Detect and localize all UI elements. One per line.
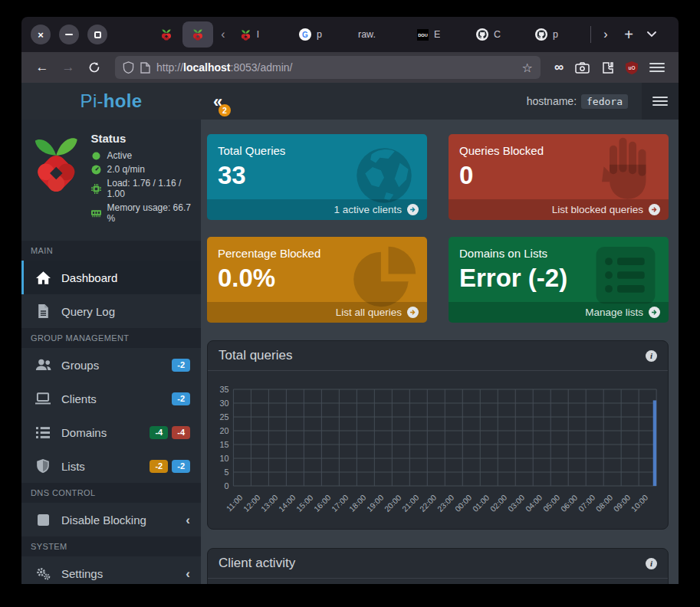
panel-header: Total queries i bbox=[208, 341, 668, 371]
hostname: hostname: fedora bbox=[527, 94, 628, 109]
lists-info-badge: -2 bbox=[172, 460, 190, 473]
scroll-tabs-right-button[interactable]: › bbox=[594, 23, 617, 46]
tab-title: E bbox=[434, 29, 440, 40]
tab-active-pihole[interactable] bbox=[182, 21, 213, 48]
svg-text:20:00: 20:00 bbox=[383, 493, 403, 513]
sidebar-item-dashboard[interactable]: Dashboard bbox=[21, 261, 201, 294]
ublock-origin-icon[interactable]: uO bbox=[626, 61, 638, 74]
domains-allowed-badge: -4 bbox=[150, 426, 168, 439]
extensions-puzzle-icon[interactable] bbox=[601, 61, 614, 74]
status-block: Status Active 2.0 q/min Load: 1.76 / 1.1… bbox=[21, 120, 201, 241]
svg-text:0: 0 bbox=[225, 481, 229, 491]
tab-title: l bbox=[257, 29, 259, 40]
extension-icons: ∞ uO bbox=[550, 60, 669, 75]
tab-bar: × ‹ l G p raw. DOU E C bbox=[21, 17, 679, 52]
sidebar-item-query-log[interactable]: Query Log bbox=[21, 294, 201, 328]
sidebar-item-clients[interactable]: Clients -2 bbox=[21, 382, 201, 415]
svg-text:02:00: 02:00 bbox=[488, 493, 508, 513]
reload-button[interactable] bbox=[83, 56, 106, 79]
bookmark-star-icon[interactable]: ☆ bbox=[522, 61, 533, 75]
sidebar-item-settings[interactable]: Settings ‹ bbox=[21, 556, 201, 584]
info-icon[interactable]: i bbox=[646, 350, 657, 362]
status-active: Active bbox=[91, 150, 193, 161]
arrow-circle-right-icon bbox=[407, 204, 419, 215]
card-footer-link-all-queries[interactable]: List all queries bbox=[207, 302, 427, 323]
card-footer-link-manage-lists[interactable]: Manage lists bbox=[449, 302, 669, 323]
nav-section-dns-control: DNS CONTROL bbox=[21, 483, 201, 503]
pihole-favicon-icon bbox=[240, 29, 251, 41]
svg-text:5: 5 bbox=[225, 468, 229, 477]
list-all-tabs-button[interactable] bbox=[640, 23, 663, 46]
minimize-icon bbox=[65, 34, 73, 35]
window-controls: × bbox=[31, 25, 107, 44]
back-button[interactable]: ← bbox=[31, 56, 54, 79]
status-title: Status bbox=[91, 132, 193, 145]
navigation-toolbar: ← → http://localhost:8053/admin/ ☆ ∞ uO bbox=[21, 52, 679, 83]
status-rate: 2.0 q/min bbox=[91, 164, 193, 175]
svg-text:22:00: 22:00 bbox=[418, 493, 438, 513]
svg-text:06:00: 06:00 bbox=[559, 493, 579, 513]
svg-text:16:00: 16:00 bbox=[313, 493, 333, 513]
svg-text:05:00: 05:00 bbox=[541, 493, 561, 513]
info-icon[interactable]: i bbox=[646, 558, 657, 569]
tab[interactable]: p bbox=[528, 21, 587, 48]
page-info-icon[interactable] bbox=[140, 62, 150, 74]
hostname-value: fedora bbox=[581, 94, 628, 109]
new-tab-button[interactable]: + bbox=[617, 23, 640, 46]
svg-text:04:00: 04:00 bbox=[524, 493, 544, 513]
card-queries-blocked: Queries Blocked 0 List blocked queries bbox=[449, 134, 669, 220]
tab-title: p bbox=[317, 29, 322, 40]
file-icon bbox=[38, 304, 49, 318]
tab[interactable]: raw. bbox=[351, 21, 410, 48]
client-activity-panel: Client activity i bbox=[207, 548, 669, 584]
close-button[interactable]: × bbox=[31, 25, 51, 44]
tab[interactable]: G p bbox=[292, 21, 351, 48]
svg-text:12:00: 12:00 bbox=[242, 493, 262, 513]
tab[interactable]: l bbox=[233, 21, 292, 48]
svg-text:00:00: 00:00 bbox=[453, 493, 473, 513]
reload-icon bbox=[88, 61, 100, 74]
card-total-queries: Total Queries 33 1 active clients bbox=[207, 134, 427, 220]
tab[interactable]: C bbox=[469, 21, 528, 48]
laptop-icon bbox=[35, 392, 51, 405]
scroll-tabs-left-button[interactable]: ‹ bbox=[213, 28, 233, 41]
tab[interactable]: DOU E bbox=[410, 21, 469, 48]
tab-title: raw. bbox=[358, 29, 376, 40]
card-domains-on-lists: Domains on Lists Error (-2) Manage lists bbox=[449, 237, 669, 323]
list-alt-icon bbox=[592, 244, 659, 306]
panel-body: 0510152025303511:0012:0013:0014:0015:001… bbox=[208, 371, 668, 529]
hand-icon bbox=[590, 134, 659, 205]
sidebar-item-lists[interactable]: Lists -2 -2 bbox=[21, 449, 201, 483]
shield-permissions-icon bbox=[123, 61, 134, 74]
nav-section-group-management: GROUP MANAGEMENT bbox=[21, 328, 201, 348]
hamburger-icon bbox=[652, 94, 668, 107]
total-queries-panel: Total queries i 0510152025303511:0012:00… bbox=[207, 340, 669, 530]
app-menu-button[interactable] bbox=[642, 83, 679, 120]
pihole-logo: Pi-hole bbox=[21, 83, 201, 120]
chevron-left-icon: ‹ bbox=[186, 513, 190, 527]
extension-infinity-icon[interactable]: ∞ bbox=[554, 60, 564, 75]
total-queries-chart: 0510152025303511:0012:0013:0014:0015:001… bbox=[211, 374, 662, 524]
svg-text:18:00: 18:00 bbox=[347, 493, 367, 513]
sidebar-item-domains[interactable]: Domains -4 -4 bbox=[21, 415, 201, 449]
gauge-icon bbox=[91, 165, 101, 175]
main-content: Total Queries 33 1 active clients Querie… bbox=[201, 120, 679, 584]
minimize-button[interactable] bbox=[59, 25, 79, 44]
forward-button[interactable]: → bbox=[57, 56, 80, 79]
tab-pinned-pihole[interactable] bbox=[153, 21, 179, 48]
app-body: Status Active 2.0 q/min Load: 1.76 / 1.1… bbox=[21, 120, 679, 584]
browser-menu-button[interactable] bbox=[649, 61, 665, 74]
sidebar-collapse-button[interactable]: « 2 bbox=[213, 92, 222, 110]
svg-text:21:00: 21:00 bbox=[400, 493, 420, 513]
card-footer-link-blocked-queries[interactable]: List blocked queries bbox=[449, 199, 669, 220]
pihole-favicon-icon bbox=[160, 28, 173, 41]
sidebar-item-disable-blocking[interactable]: Disable Blocking ‹ bbox=[21, 503, 201, 536]
maximize-button[interactable] bbox=[87, 25, 107, 44]
card-footer-link-active-clients[interactable]: 1 active clients bbox=[207, 199, 427, 220]
url-bar[interactable]: http://localhost:8053/admin/ ☆ bbox=[115, 56, 541, 79]
svg-text:uO: uO bbox=[628, 64, 635, 70]
groups-badge: -2 bbox=[172, 359, 190, 372]
arrow-circle-right-icon bbox=[649, 204, 660, 215]
screenshot-camera-icon[interactable] bbox=[575, 62, 590, 74]
sidebar-item-groups[interactable]: Groups -2 bbox=[21, 348, 201, 382]
